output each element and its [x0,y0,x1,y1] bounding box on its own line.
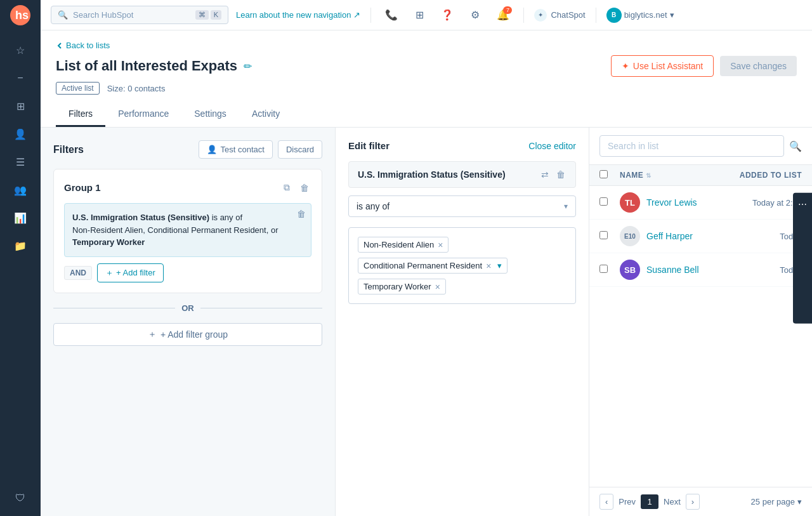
svg-text:hs: hs [15,9,29,22]
chart-icon[interactable]: 📊 [8,205,33,230]
sort-name-icon[interactable]: ⇅ [646,172,652,179]
tags-area: Non-Resident Alien × Conditional Permane… [348,227,576,304]
tabs-bar: Filters Performance Settings Activity [56,102,797,127]
search-list-icon: 🔍 [789,140,802,152]
tab-performance[interactable]: Performance [105,102,181,127]
next-label[interactable]: Next [664,497,681,506]
page-title-left: List of all Interested Expats ✏ [56,58,252,74]
filter-condition-text: U.S. Immigration Status (Sensitive) is a… [72,211,303,249]
tab-filters[interactable]: Filters [56,102,105,127]
operator-value: is any of [357,201,390,211]
edit-filter-header: Edit filter Close editor [348,140,576,151]
contact-added-3: Today [707,265,802,275]
search-placeholder: Search HubSpot [73,10,133,20]
filter-name-text: U.S. Immigration Status (Sensitive) [358,169,506,180]
close-editor-button[interactable]: Close editor [528,141,576,151]
dropdown-tag-icon[interactable]: ▾ [497,261,502,270]
search-bar[interactable]: 🔍 Search HubSpot ⌘ K [51,6,228,24]
contacts-table: NAME ⇅ ADDED TO LIST TL [589,165,812,487]
content-area: Back to lists List of all Interested Exp… [41,30,812,516]
list-assistant-button[interactable]: ✦ Use List Assistant [611,55,714,77]
users-icon[interactable]: 👥 [8,177,33,202]
account-menu[interactable]: B biglytics.net ▾ [606,8,674,23]
delete-filter-name-icon[interactable]: 🗑 [555,168,566,181]
add-filter-group-button[interactable]: ＋ + Add filter group [53,323,322,346]
tag-conditional-permanent: Conditional Permanent Resident × ▾ [358,258,508,274]
collapse-icon[interactable]: − [8,65,33,91]
topnav: 🔍 Search HubSpot ⌘ K Learn about the new… [41,0,812,30]
learn-link[interactable]: Learn about the new navigation ↗ [236,10,360,20]
remove-tag-temporary-worker[interactable]: × [435,282,440,291]
hubspot-logo[interactable]: hs [10,5,30,27]
contact-link-2[interactable]: Geff Harper [646,231,693,241]
table-header: NAME ⇅ ADDED TO LIST [589,165,812,186]
folder-icon[interactable]: 📁 [8,233,33,258]
group-actions: ⧉ 🗑 [281,180,311,195]
current-page: 1 [641,494,658,509]
help-icon[interactable]: ❓ [437,5,457,25]
filters-title: Filters [53,144,84,155]
save-changes-button[interactable]: Save changes [720,56,797,76]
chatspot-icon: ✦ [534,9,547,22]
tab-activity[interactable]: Activity [239,102,292,127]
phone-icon[interactable]: 📞 [381,5,402,25]
account-chevron-icon: ▾ [670,10,674,20]
contact-checkbox-3[interactable] [599,265,608,273]
edit-filter-panel: Edit filter Close editor U.S. Immigratio… [336,128,589,516]
filter-name-row: U.S. Immigration Status (Sensitive) ⇄ 🗑 [348,161,576,188]
delete-filter-button[interactable]: 🗑 [297,209,306,219]
tag-label-conditional-permanent: Conditional Permanent Resident [363,261,482,270]
operator-select-wrapper: is any of ▾ [348,195,576,217]
settings-icon[interactable]: ⚙ [465,5,485,25]
bookmark-icon[interactable]: ☆ [8,37,33,63]
prev-label[interactable]: Prev [619,497,636,506]
prev-page-button[interactable]: ‹ [599,494,613,510]
tag-label-non-resident: Non-Resident Alien [363,240,434,249]
shortcut-cmd: ⌘ [195,10,209,20]
per-page-select[interactable]: 25 per page ▾ [751,497,802,506]
operator-select[interactable]: is any of ▾ [348,195,576,217]
contact-link-3[interactable]: Susanne Bell [646,265,699,275]
contact-link-1[interactable]: Trevor Lewis [646,197,697,208]
back-link[interactable]: Back to lists [56,41,797,50]
header-added: ADDED TO LIST [707,171,802,180]
discard-button[interactable]: Discard [278,140,322,159]
filter-condition[interactable]: U.S. Immigration Status (Sensitive) is a… [64,203,311,257]
shield-icon[interactable]: 🛡 [8,486,33,511]
test-contact-icon: 👤 [207,145,217,154]
edit-title-icon[interactable]: ✏ [244,60,252,72]
search-shortcuts: ⌘ K [195,10,221,20]
grid-icon[interactable]: ⊞ [8,93,33,119]
account-name: biglytics.net [624,10,667,20]
tag-label-temporary-worker: Temporary Worker [363,282,431,291]
add-filter-button[interactable]: ＋ + Add filter [97,263,164,282]
shortcut-k: K [211,10,221,20]
swap-filter-icon[interactable]: ⇄ [540,168,550,181]
list-icon[interactable]: ☰ [8,149,33,175]
chatspot-label: ChatSpot [551,10,585,20]
contact-checkbox-2[interactable] [599,231,608,239]
main-area: 🔍 Search HubSpot ⌘ K Learn about the new… [41,0,812,516]
notification-icon[interactable]: 🔔 7 [493,5,513,25]
remove-tag-non-resident[interactable]: × [438,241,443,249]
remove-tag-conditional-permanent[interactable]: × [486,261,491,270]
copy-group-icon[interactable]: ⧉ [281,180,292,195]
next-chevron-icon: › [691,497,694,506]
contact-added-2: Today [707,232,802,241]
nav-divider-1 [370,8,371,23]
next-page-button[interactable]: › [686,494,700,510]
chatspot-btn[interactable]: ✦ ChatSpot [534,9,585,22]
search-list-input[interactable] [599,135,784,157]
account-avatar: B [606,8,622,23]
tab-settings[interactable]: Settings [181,102,239,127]
contacts-icon[interactable]: 👤 [8,121,33,147]
table-row: TL Trevor Lewis Today at 2:15 [589,186,812,220]
chat-float-icon[interactable]: ⋯ [793,192,812,324]
select-arrow-icon: ▾ [564,202,568,211]
select-all-checkbox[interactable] [599,170,608,178]
add-group-plus-icon: ＋ [148,329,157,340]
test-contact-button[interactable]: 👤 Test contact [199,140,273,159]
delete-group-icon[interactable]: 🗑 [298,180,311,195]
grid-nav-icon[interactable]: ⊞ [409,5,429,25]
contact-checkbox-1[interactable] [599,197,608,206]
